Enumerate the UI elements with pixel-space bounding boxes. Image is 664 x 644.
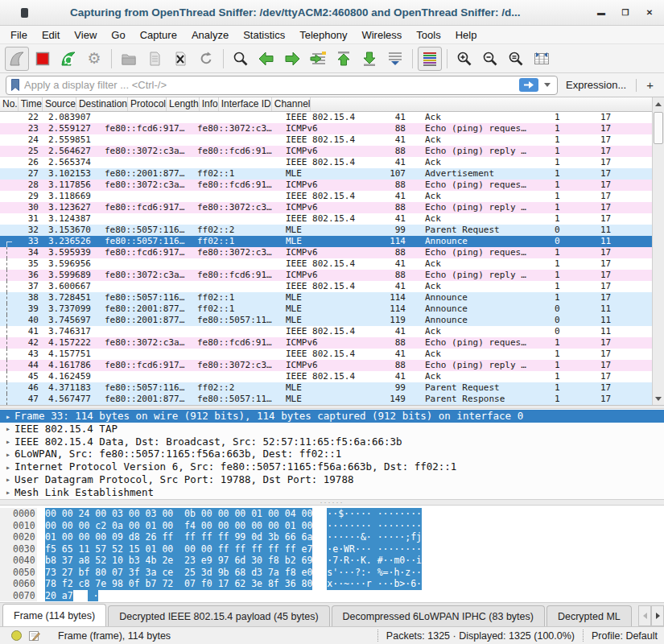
resize-columns-button[interactable]	[530, 47, 554, 71]
packet-row[interactable]: 44 4.161786 fe80::fcd6:917… fe80::3072:c…	[0, 360, 664, 371]
status-profile[interactable]: Profile: Default	[592, 630, 658, 642]
zoom-reset-button[interactable]	[504, 47, 528, 71]
byte-view-tab[interactable]: Decrypted ML	[546, 605, 632, 626]
expand-arrow-icon[interactable]	[2, 473, 14, 486]
packet-row[interactable]: 29 3.118669 IEEE 802.15.4 41 Ack 1 17	[0, 191, 664, 202]
detail-line[interactable]: IEEE 802.15.4 TAP	[0, 423, 664, 436]
column-header[interactable]: Interface ID	[219, 97, 272, 111]
reload-button[interactable]	[194, 47, 218, 71]
menu-item[interactable]: File	[3, 27, 35, 43]
save-file-button[interactable]	[142, 47, 167, 71]
hex-bytes[interactable]: 78 f2 c8 7e 98 0f b7 72 07 f0 17 62 3e 8…	[45, 578, 312, 590]
stop-capture-button[interactable]	[31, 47, 55, 71]
go-forward-button[interactable]	[280, 47, 304, 71]
scroll-up-icon[interactable]	[653, 97, 664, 110]
tab-scroll-right-icon[interactable]	[651, 605, 664, 626]
expand-arrow-icon[interactable]	[2, 460, 14, 474]
column-header[interactable]: Time	[19, 97, 43, 111]
hex-ascii[interactable]: ·7·R··K. #··m0··i	[327, 555, 422, 567]
capture-comment-icon[interactable]	[28, 630, 40, 642]
byte-view-tab[interactable]: Frame (114 bytes)	[2, 604, 106, 626]
packet-row[interactable]: 35 3.596956 IEEE 802.15.4 41 Ack 1 17	[0, 258, 664, 270]
hex-bytes[interactable]: 00 00 24 00 03 00 03 00 0b 00 00 00 01 0…	[45, 508, 312, 520]
colorize-button[interactable]	[418, 47, 442, 71]
packet-row[interactable]: 46 4.371183 fe80::5057:116… ff02::2 MLE …	[0, 382, 664, 394]
hex-ascii[interactable]: x··~···r ···b>·6·	[327, 578, 422, 590]
minimize-icon[interactable]: ▬	[595, 6, 608, 19]
packet-row[interactable]: 25 2.564627 fe80::3072:c3a… fe80::fcd6:9…	[0, 146, 664, 157]
hex-ascii[interactable]: ·e·WR··· ········	[327, 543, 422, 555]
start-capture-button[interactable]	[5, 47, 29, 71]
column-header[interactable]: Length	[167, 97, 200, 111]
menu-item[interactable]: Go	[104, 27, 132, 43]
detail-line[interactable]: 6LoWPAN, Src: fe80::5057:1165:f56a:663b,…	[0, 448, 664, 460]
expand-arrow-icon[interactable]	[2, 410, 14, 423]
close-icon[interactable]: ✕	[643, 6, 656, 19]
menu-item[interactable]: Help	[448, 27, 485, 43]
expression-button[interactable]: Expression...	[566, 79, 626, 91]
close-file-button[interactable]	[168, 47, 192, 71]
zoom-in-button[interactable]	[452, 47, 476, 71]
auto-scroll-button[interactable]	[383, 47, 407, 71]
display-filter-box[interactable]	[6, 76, 558, 95]
packet-row[interactable]: 33 3.236526 fe80::5057:116… ff02::1 MLE …	[0, 236, 664, 247]
zoom-out-button[interactable]	[478, 47, 502, 71]
scrollbar-thumb[interactable]	[654, 112, 663, 144]
packet-row[interactable]: 41 3.746317 IEEE 802.15.4 41 Ack 0 11	[0, 326, 664, 337]
hex-ascii[interactable]: ·	[88, 590, 99, 602]
menu-item[interactable]: Capture	[133, 27, 184, 43]
expert-info-icon[interactable]	[11, 630, 22, 641]
menu-item[interactable]: Tools	[409, 27, 447, 43]
restart-capture-button[interactable]	[56, 47, 80, 71]
packet-row[interactable]: 30 3.123627 fe80::fcd6:917… fe80::3072:c…	[0, 202, 664, 213]
menu-item[interactable]: Analyze	[184, 27, 236, 43]
expand-arrow-icon[interactable]	[2, 448, 14, 461]
column-header[interactable]: Info	[200, 97, 219, 111]
packet-row[interactable]: 23 2.559127 fe80::fcd6:917… fe80::3072:c…	[0, 123, 664, 134]
packet-row[interactable]: 37 3.600667 IEEE 802.15.4 41 Ack 1 17	[0, 281, 664, 292]
packet-row[interactable]: 47 4.567477 fe80::2001:877… fe80::5057:1…	[0, 394, 664, 405]
byte-view-tab[interactable]: Decompressed 6LoWPAN IPHC (83 bytes)	[332, 605, 545, 626]
expand-arrow-icon[interactable]	[2, 422, 14, 436]
capture-options-button[interactable]: ⚙	[82, 47, 106, 71]
maximize-icon[interactable]: ❐	[619, 6, 632, 19]
hex-bytes[interactable]: 00 00 00 c2 0a 00 01 00 f4 00 00 00 00 0…	[45, 520, 312, 532]
detail-line[interactable]: User Datagram Protocol, Src Port: 19788,…	[0, 473, 664, 486]
tab-scroll-left-icon[interactable]	[638, 605, 651, 626]
hex-ascii[interactable]: ········ ········	[327, 520, 422, 532]
open-file-button[interactable]	[117, 47, 141, 71]
packet-row[interactable]: 27 3.102153 fe80::2001:877… ff02::1 MLE …	[0, 168, 664, 180]
detail-line[interactable]: Internet Protocol Version 6, Src: fe80::…	[0, 460, 664, 473]
display-filter-input[interactable]	[24, 79, 519, 91]
splitter-details-hex[interactable]: ······	[0, 499, 664, 506]
packet-row[interactable]: 22 2.083907 IEEE 802.15.4 41 Ack 1 17	[0, 112, 664, 123]
packet-row[interactable]: 28 3.117856 fe80::3072:c3a… fe80::fcd6:9…	[0, 180, 664, 191]
hex-bytes[interactable]: 20 a7	[45, 590, 73, 602]
scroll-down-icon[interactable]	[653, 392, 664, 405]
packet-row[interactable]: 32 3.153670 fe80::5057:116… ff02::2 MLE …	[0, 225, 664, 236]
packet-row[interactable]: 36 3.599689 fe80::3072:c3a… fe80::fcd6:9…	[0, 270, 664, 281]
filter-history-dropdown-icon[interactable]	[544, 83, 551, 87]
menu-item[interactable]: Edit	[35, 27, 67, 43]
column-header[interactable]: Channel	[272, 97, 311, 111]
hex-bytes[interactable]: f5 65 11 57 52 15 01 00 00 00 ff ff ff f…	[45, 543, 312, 555]
find-packet-button[interactable]	[229, 47, 253, 71]
column-header[interactable]: No.	[0, 97, 19, 111]
hex-bytes[interactable]: 01 00 00 00 09 d8 26 ff ff ff ff 99 0d 3…	[45, 531, 312, 543]
packet-row[interactable]: 34 3.595939 fe80::fcd6:917… fe80::3072:c…	[0, 247, 664, 258]
detail-line[interactable]: Mesh Link Establishment	[0, 486, 664, 499]
detail-line[interactable]: IEEE 802.15.4 Data, Dst: Broadcast, Src:…	[0, 436, 664, 448]
packet-row[interactable]: 26 2.565374 IEEE 802.15.4 41 Ack 1 17	[0, 157, 664, 168]
menu-item[interactable]: Statistics	[236, 27, 292, 43]
column-header[interactable]: Destination	[76, 97, 128, 111]
bookmark-icon[interactable]	[10, 78, 21, 92]
apply-filter-button[interactable]	[519, 78, 538, 92]
packet-row[interactable]: 45 4.162459 IEEE 802.15.4 41 Ack 1 17	[0, 371, 664, 382]
hex-ascii[interactable]: ··$····· ········	[327, 508, 422, 520]
packet-row[interactable]: 43 4.157751 IEEE 802.15.4 41 Ack 1 17	[0, 349, 664, 360]
expand-arrow-icon[interactable]	[2, 435, 14, 448]
packet-row[interactable]: 39 3.737099 fe80::2001:877… ff02::1 MLE …	[0, 303, 664, 315]
packet-row[interactable]: 40 3.745697 fe80::2001:877… fe80::5057:1…	[0, 315, 664, 326]
hex-bytes[interactable]: b8 37 a8 52 10 b3 4b 2e 23 e9 97 6d 30 f…	[45, 555, 312, 567]
packet-list-scrollbar[interactable]	[652, 97, 664, 405]
